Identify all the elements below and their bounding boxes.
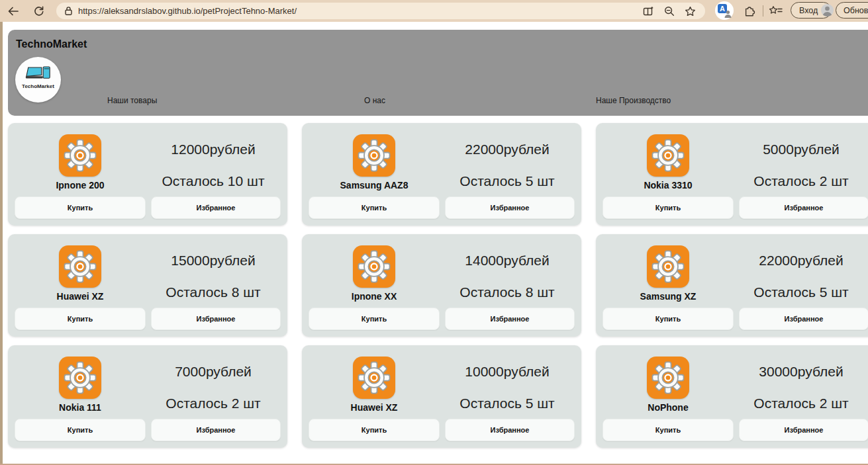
buy-button[interactable]: Купить [15, 419, 146, 441]
gear-icon [355, 359, 393, 397]
update-button[interactable]: Обнов [836, 2, 868, 19]
favorite-button[interactable]: Избранное [151, 419, 281, 441]
window-left-border [0, 22, 3, 465]
product-stock: Осталось 2 шт [731, 396, 868, 411]
site-header: TechnoMarket TechoMarket Наши товары О н… [8, 30, 868, 116]
product-price: 22000рублей [437, 142, 577, 157]
favorite-button[interactable]: Избранное [739, 419, 868, 441]
nav-link[interactable]: О нас [364, 96, 385, 105]
browser-toolbar: https://aleksandrslabov.github.io/petPro… [0, 0, 868, 22]
buy-button[interactable]: Купить [603, 196, 734, 219]
favorite-star-icon[interactable] [685, 6, 696, 17]
buy-button[interactable]: Купить [15, 308, 146, 330]
browser-window: https://aleksandrslabov.github.io/petPro… [0, 0, 868, 465]
extensions-icon [744, 5, 756, 17]
nav-link[interactable]: Наше Производство [596, 96, 671, 105]
gear-icon [355, 136, 393, 175]
product-image [59, 134, 101, 177]
favorite-button[interactable]: Избранное [151, 308, 281, 330]
toolbar-divider [763, 5, 763, 17]
favorites-hub-button[interactable] [767, 0, 785, 22]
product-card: Nokia 111 7000рублей Осталось 2 шт Купит… [8, 345, 287, 448]
refresh-icon [33, 5, 44, 17]
product-image [353, 245, 395, 288]
gear-icon [355, 247, 393, 286]
product-stock: Осталось 2 шт [143, 396, 283, 411]
product-image [353, 357, 395, 399]
gear-icon [649, 136, 687, 175]
product-card: Samsung XZ 22000рублей Осталось 5 шт Куп… [596, 234, 868, 337]
product-name: Huawei XZ [308, 402, 440, 413]
buy-button[interactable]: Купить [309, 308, 440, 330]
translate-button[interactable]: A [715, 1, 734, 20]
product-stock: Осталось 2 шт [731, 173, 868, 189]
buy-button[interactable]: Купить [603, 419, 734, 441]
back-button[interactable] [5, 0, 21, 22]
buy-button[interactable]: Купить [603, 308, 734, 330]
nav-link[interactable]: Наши товары [107, 96, 157, 105]
product-image [647, 245, 689, 288]
url-text[interactable]: https://aleksandrslabov.github.io/petPro… [78, 6, 643, 16]
gear-icon [649, 247, 687, 286]
gear-icon [649, 359, 687, 397]
product-card: Ipnone XX 14000рублей Осталось 8 шт Купи… [302, 234, 581, 337]
login-label: Вход [799, 6, 818, 15]
product-name: Ipnone 200 [14, 180, 146, 190]
product-grid: Ipnone 200 12000рублей Осталось 10 шт Ку… [8, 123, 868, 448]
extensions-button[interactable] [741, 0, 758, 22]
product-image [353, 134, 395, 177]
favorite-button[interactable]: Избранное [739, 308, 868, 330]
product-card: Ipnone 200 12000рублей Осталось 10 шт Ку… [8, 123, 287, 226]
product-name: NoPhone [602, 402, 734, 413]
buy-button[interactable]: Купить [309, 419, 440, 441]
back-icon [7, 6, 19, 17]
product-stock: Осталось 5 шт [437, 396, 577, 411]
product-price: 12000рублей [143, 142, 283, 157]
product-stock: Осталось 5 шт [437, 173, 577, 189]
product-name: Samsung AAZ8 [308, 180, 440, 190]
translate-icon: A [717, 3, 732, 18]
product-image [647, 134, 689, 177]
product-stock: Осталось 8 шт [143, 284, 283, 300]
favorite-button[interactable]: Избранное [445, 196, 575, 219]
product-stock: Осталось 8 шт [437, 284, 577, 300]
site-logo[interactable]: TechoMarket [15, 57, 61, 103]
logo-text: TechoMarket [22, 83, 54, 89]
product-stock: Осталось 10 шт [143, 173, 283, 189]
address-bar[interactable]: https://aleksandrslabov.github.io/petPro… [56, 3, 705, 19]
product-stock: Осталось 5 шт [731, 284, 868, 300]
product-name: Ipnone XX [308, 291, 440, 302]
product-price: 10000рублей [437, 364, 577, 380]
update-label: Обнов [844, 6, 868, 15]
zoom-out-icon[interactable] [664, 6, 675, 17]
product-card: NoPhone 30000рублей Осталось 2 шт Купить… [596, 345, 868, 448]
profile-avatar [821, 4, 834, 17]
product-name: Huawei XZ [14, 291, 146, 302]
site-title: TechnoMarket [16, 38, 87, 50]
product-image [647, 357, 689, 399]
favorite-button[interactable]: Избранное [739, 196, 868, 219]
address-bar-actions [643, 6, 705, 17]
favorite-button[interactable]: Избранное [151, 196, 281, 219]
product-price: 22000рублей [731, 253, 868, 269]
buy-button[interactable]: Купить [15, 196, 146, 219]
product-price: 14000рублей [437, 253, 577, 269]
product-name: Nokia 3310 [602, 180, 734, 190]
buy-button[interactable]: Купить [309, 196, 440, 219]
favorite-button[interactable]: Избранное [445, 419, 575, 441]
split-screen-icon[interactable] [643, 6, 654, 17]
svg-text:A: A [720, 5, 725, 13]
product-card: Huawei XZ 10000рублей Осталось 5 шт Купи… [302, 345, 581, 448]
gear-icon [61, 247, 99, 286]
product-name: Nokia 111 [14, 402, 146, 413]
product-card: Samsung AAZ8 22000рублей Осталось 5 шт К… [302, 123, 581, 226]
product-image [59, 245, 101, 288]
login-button[interactable]: Вход [791, 2, 832, 19]
site-info-lock-icon[interactable] [64, 6, 73, 16]
product-card: Nokia 3310 5000рублей Осталось 2 шт Купи… [596, 123, 868, 226]
refresh-button[interactable] [30, 0, 46, 22]
favorite-button[interactable]: Избранное [445, 308, 575, 330]
person-icon [821, 4, 834, 17]
product-card: Huawei XZ 15000рублей Осталось 8 шт Купи… [8, 234, 287, 337]
laptop-phone-icon [24, 65, 52, 83]
